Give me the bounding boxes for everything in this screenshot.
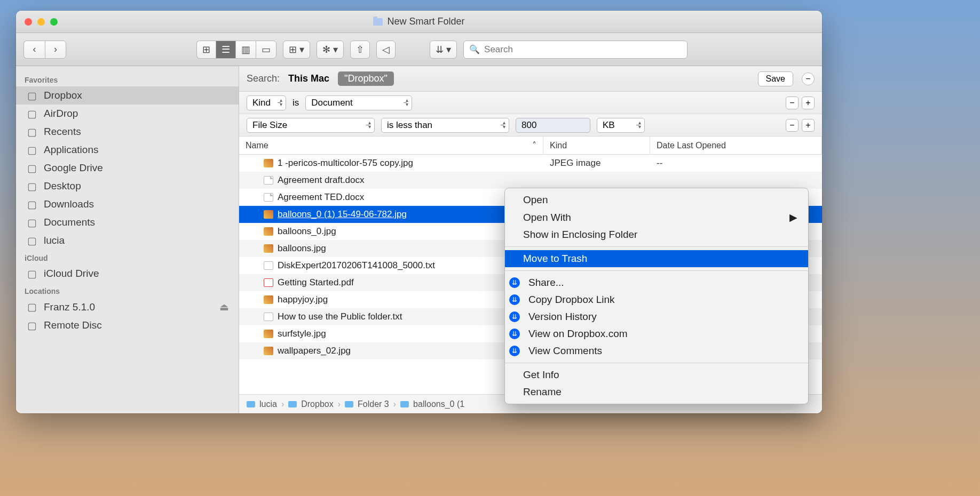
sidebar-item[interactable]: ▢lucia [16, 231, 239, 250]
dropbox-button[interactable]: ⇊ ▾ [430, 41, 457, 59]
file-icon [264, 193, 273, 202]
sidebar-item-label: Remote Disc [44, 319, 102, 331]
rule2-unit[interactable]: KB▴▾ [597, 118, 645, 133]
path-segment[interactable]: Folder 3 [345, 399, 389, 409]
file-row[interactable]: 1 -pericos-multicolor-575 copy.jpgJPEG i… [239, 155, 822, 172]
menu-open-with[interactable]: Open With▶ [505, 209, 808, 226]
menu-show-enclosing[interactable]: Show in Enclosing Folder [505, 226, 808, 243]
menu-open[interactable]: Open [505, 191, 808, 209]
sidebar-item[interactable]: ▢iCloud Drive [16, 265, 239, 283]
file-name: DiskExpert20170206T141008_5000.txt [278, 260, 435, 271]
search-field[interactable]: 🔍 [463, 41, 687, 59]
file-name: surfstyle.jpg [278, 329, 326, 339]
file-name: balloons_0 (1) 15-49-06-782.jpg [278, 209, 407, 220]
rule2-field[interactable]: File Size▴▾ [247, 118, 375, 133]
sidebar-section-label: Favorites [16, 71, 239, 86]
file-name: Getting Started.pdf [278, 277, 354, 288]
folder-icon [400, 401, 409, 407]
file-name: 1 -pericos-multicolor-575 copy.jpg [278, 158, 413, 169]
sidebar: Favorites▢Dropbox▢AirDrop▢Recents▢Applic… [16, 66, 239, 413]
column-date[interactable]: Date Last Opened [650, 137, 822, 154]
sidebar-icon: ▢ [26, 217, 38, 228]
rule1-remove-button[interactable]: − [786, 97, 799, 109]
sidebar-item[interactable]: ▢Applications [16, 141, 239, 159]
file-icon [264, 159, 273, 167]
sidebar-item-label: Recents [44, 126, 81, 138]
rule1-field[interactable]: Kind▴▾ [247, 95, 286, 110]
rule-row-1: Kind▴▾ is Document▴▾ − + [239, 92, 822, 114]
sidebar-item[interactable]: ▢Google Drive [16, 159, 239, 177]
folder-icon [288, 401, 297, 407]
column-headers: Name˄ Kind Date Last Opened [239, 137, 822, 155]
search-icon: 🔍 [469, 44, 480, 54]
sidebar-section-label: Locations [16, 283, 239, 298]
view-column-button[interactable]: ▥ [235, 41, 256, 59]
save-button[interactable]: Save [758, 71, 793, 86]
view-list-button[interactable]: ☰ [216, 41, 235, 59]
path-segment[interactable]: Dropbox [288, 399, 333, 409]
scope-this-mac[interactable]: This Mac [288, 73, 329, 84]
arrange-button[interactable]: ⊞ ▾ [283, 41, 310, 59]
file-icon [264, 295, 273, 304]
view-gallery-button[interactable]: ▭ [256, 41, 276, 59]
path-chevron-icon: › [281, 399, 284, 409]
file-icon [264, 313, 273, 321]
menu-version-history[interactable]: ⇊Version History [505, 308, 808, 325]
rule1-add-button[interactable]: + [802, 97, 815, 109]
back-button[interactable]: ‹ [23, 41, 45, 59]
sidebar-item[interactable]: ▢Recents [16, 123, 239, 141]
rule2-value-input[interactable]: 800 [516, 118, 590, 133]
menu-get-info[interactable]: Get Info [505, 366, 808, 383]
sidebar-item[interactable]: ▢Dropbox [16, 86, 239, 105]
tags-button[interactable]: ◁ [376, 41, 396, 59]
context-menu: Open Open With▶ Show in Enclosing Folder… [504, 188, 809, 404]
sidebar-icon: ▢ [26, 90, 38, 101]
rule2-op[interactable]: is less than▴▾ [381, 118, 509, 133]
view-icon-button[interactable]: ⊞ [196, 41, 216, 59]
window-title: New Smart Folder [387, 16, 464, 27]
scope-dropbox[interactable]: "Dropbox" [338, 71, 394, 86]
rule1-op: is [293, 98, 299, 108]
eject-icon[interactable]: ⏏ [219, 301, 229, 313]
sidebar-item[interactable]: ▢Remote Disc [16, 316, 239, 334]
rule2-remove-button[interactable]: − [786, 119, 799, 132]
sidebar-item[interactable]: ▢Downloads [16, 195, 239, 213]
action-button[interactable]: ✻ ▾ [317, 41, 344, 59]
sidebar-item-label: Google Drive [44, 162, 103, 174]
menu-share[interactable]: ⇊Share... [505, 274, 808, 291]
rule2-add-button[interactable]: + [802, 119, 815, 132]
path-segment[interactable]: lucia [247, 399, 277, 409]
file-icon [264, 330, 273, 338]
path-segment[interactable]: balloons_0 (1 [400, 399, 464, 409]
search-input[interactable] [484, 44, 682, 55]
menu-move-to-trash[interactable]: Move to Trash [505, 250, 808, 267]
file-row[interactable]: Agreement draft.docx [239, 172, 822, 189]
zoom-button[interactable] [50, 18, 58, 26]
sidebar-item[interactable]: ▢Documents [16, 213, 239, 231]
sidebar-item[interactable]: ▢Desktop [16, 177, 239, 195]
file-name: How to use the Public folder.txt [278, 311, 402, 322]
menu-view-comments[interactable]: ⇊View Comments [505, 342, 808, 359]
sidebar-icon: ▢ [26, 181, 38, 191]
column-kind[interactable]: Kind [543, 137, 650, 154]
sidebar-item[interactable]: ▢AirDrop [16, 105, 239, 123]
path-chevron-icon: › [393, 399, 396, 409]
close-button[interactable] [25, 18, 32, 26]
remove-scope-button[interactable]: − [802, 73, 815, 85]
minimize-button[interactable] [37, 18, 45, 26]
sidebar-icon: ▢ [26, 302, 38, 313]
file-date: -- [650, 158, 822, 169]
menu-rename[interactable]: Rename [505, 383, 808, 401]
menu-view-dropbox[interactable]: ⇊View on Dropbox.com [505, 325, 808, 342]
forward-button[interactable]: › [45, 41, 66, 59]
rule1-value[interactable]: Document▴▾ [305, 95, 412, 110]
menu-copy-link[interactable]: ⇊Copy Dropbox Link [505, 291, 808, 308]
column-name[interactable]: Name˄ [239, 137, 543, 154]
sidebar-item-label: Dropbox [44, 90, 82, 101]
smart-folder-icon [373, 18, 383, 26]
share-button[interactable]: ⇧ [350, 41, 370, 59]
search-label: Search: [247, 73, 280, 84]
sidebar-item[interactable]: ▢Franz 5.1.0⏏ [16, 298, 239, 316]
sidebar-icon: ▢ [26, 108, 38, 119]
path-chevron-icon: › [338, 399, 341, 409]
